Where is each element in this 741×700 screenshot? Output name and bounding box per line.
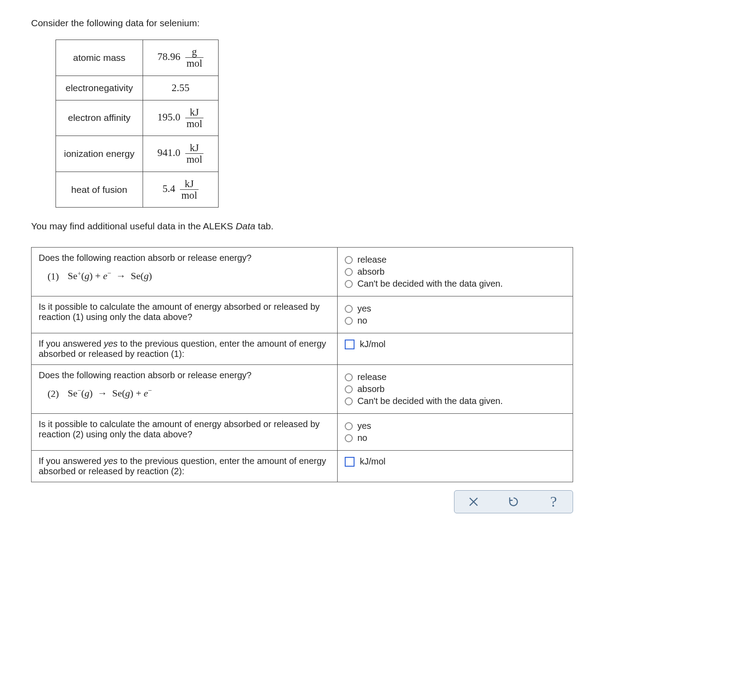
row-ionization-energy-label: ionization energy (56, 136, 143, 172)
q3-unit: kJ/mol (360, 340, 386, 349)
q3-answer: kJ/mol (338, 333, 573, 365)
q5-radio-yes[interactable] (345, 422, 353, 430)
toolbar: ? (31, 490, 573, 513)
q1-absorb-label: absorb (357, 267, 384, 277)
undo-icon (508, 496, 519, 508)
q5-prompt: Is it possible to calculate the amount o… (32, 414, 338, 451)
q1-cant-label: Can't be decided with the data given. (357, 279, 502, 289)
question-table: Does the following reaction absorb or re… (31, 247, 573, 482)
q4-prompt: Does the following reaction absorb or re… (39, 370, 330, 380)
q4-radio-absorb[interactable] (345, 385, 353, 393)
q4-radio-release[interactable] (345, 373, 353, 381)
row-atomic-mass-label: atomic mass (56, 40, 143, 76)
q6-answer: kJ/mol (338, 451, 573, 482)
q1-equation: (1) Se+(g) + e− → Se(g) (39, 269, 330, 282)
q4-release-label: release (357, 372, 386, 382)
help-button[interactable]: ? (547, 495, 560, 508)
q2-yes-label: yes (357, 304, 371, 314)
row-heat-of-fusion-label: heat of fusion (56, 172, 143, 208)
q5-yes-label: yes (357, 421, 371, 431)
row-electronegativity-value: 2.55 (143, 76, 218, 100)
q4-options: release absorb Can't be decided with the… (338, 365, 573, 414)
q4-equation: (2) Se−(g) → Se(g) + e− (39, 387, 330, 399)
q2-no-label: no (357, 316, 367, 326)
q6-unit: kJ/mol (360, 457, 386, 467)
q4-absorb-label: absorb (357, 384, 384, 394)
q4-cant-label: Can't be decided with the data given. (357, 396, 502, 406)
q2-options: yes no (338, 296, 573, 333)
q1-radio-release[interactable] (345, 256, 353, 264)
q4-cell: Does the following reaction absorb or re… (32, 365, 338, 414)
q5-no-label: no (357, 433, 367, 443)
clear-button[interactable] (467, 495, 480, 508)
selenium-data-table: atomic mass 78.96 gmol electronegativity… (56, 40, 219, 208)
q2-radio-no[interactable] (345, 317, 353, 325)
help-icon: ? (550, 493, 557, 510)
row-heat-of-fusion-value: 5.4 kJmol (143, 172, 218, 208)
row-ionization-energy-value: 941.0 kJmol (143, 136, 218, 172)
row-electron-affinity-value: 195.0 kJmol (143, 100, 218, 136)
reset-button[interactable] (507, 495, 520, 508)
aleks-note: You may find additional useful data in t… (31, 221, 710, 232)
q1-prompt: Does the following reaction absorb or re… (39, 253, 330, 263)
row-electron-affinity-label: electron affinity (56, 100, 143, 136)
q1-cell: Does the following reaction absorb or re… (32, 248, 338, 296)
close-icon (468, 496, 479, 508)
tool-panel: ? (454, 490, 573, 513)
q2-prompt: Is it possible to calculate the amount o… (32, 296, 338, 333)
row-atomic-mass-value: 78.96 gmol (143, 40, 218, 76)
q5-options: yes no (338, 414, 573, 451)
q4-radio-cant[interactable] (345, 397, 353, 405)
row-electronegativity-label: electronegativity (56, 76, 143, 100)
q6-input[interactable] (345, 457, 355, 467)
q1-options: release absorb Can't be decided with the… (338, 248, 573, 296)
q2-radio-yes[interactable] (345, 305, 353, 313)
q1-radio-cant[interactable] (345, 280, 353, 288)
q5-radio-no[interactable] (345, 434, 353, 442)
q3-prompt: If you answered yes to the previous ques… (32, 333, 338, 365)
q6-prompt: If you answered yes to the previous ques… (32, 451, 338, 482)
q1-release-label: release (357, 255, 386, 265)
q1-radio-absorb[interactable] (345, 268, 353, 276)
q3-input[interactable] (345, 340, 355, 349)
intro-text: Consider the following data for selenium… (31, 18, 710, 28)
